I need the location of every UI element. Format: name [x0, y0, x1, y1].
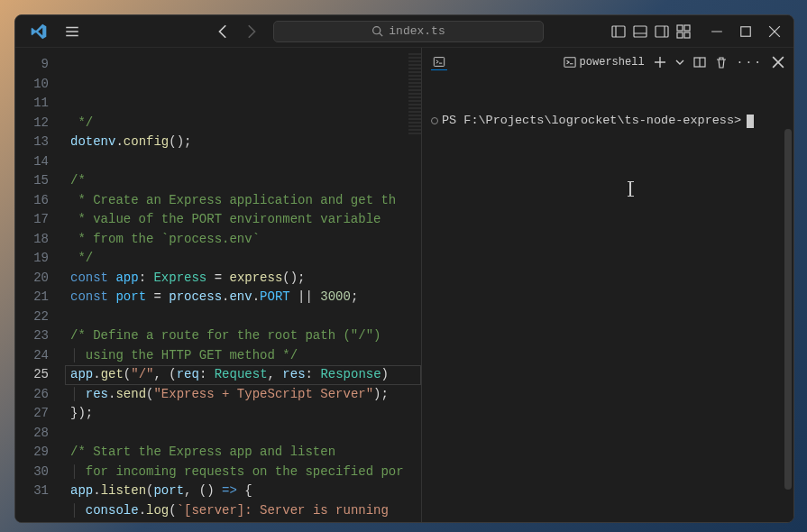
code-line[interactable]: */	[65, 114, 421, 133]
terminal-prompt: PS F:\Projects\logrocket\ts-node-express…	[442, 113, 741, 129]
code-line[interactable]	[65, 152, 421, 172]
code-content[interactable]: */dotenv.config();/* * Create an Express…	[65, 48, 421, 522]
code-line[interactable]	[65, 424, 421, 444]
layout-panel-bottom-icon[interactable]	[633, 24, 647, 39]
close-icon[interactable]	[768, 25, 781, 38]
code-line[interactable]: app.listen(port, () => {	[65, 482, 421, 501]
code-line[interactable]: });	[65, 404, 421, 424]
svg-line-4	[380, 33, 382, 36]
line-number: 21	[15, 288, 65, 307]
vscode-window: index.ts 9101112131415161718192021222324…	[14, 14, 794, 523]
line-number: 28	[15, 424, 65, 444]
terminal-tab-icon[interactable]	[431, 54, 447, 70]
code-line[interactable]: /* Define a route for the root path ("/"…	[65, 326, 421, 346]
layout-sidebar-right-icon[interactable]	[655, 24, 669, 39]
line-number: 15	[15, 171, 65, 191]
svg-rect-11	[677, 25, 683, 31]
mouse-text-cursor	[629, 181, 631, 197]
code-line[interactable]: /* Start the Express app and listen	[65, 443, 421, 463]
code-line[interactable]: │ using the HTTP GET method */	[65, 346, 421, 366]
line-number: 27	[15, 404, 65, 424]
split-terminal-icon[interactable]	[693, 56, 706, 69]
layout-customize-icon[interactable]	[676, 24, 691, 39]
nav-back-icon[interactable]	[216, 23, 232, 40]
line-number: 19	[15, 249, 65, 269]
workbench-body: 9101112131415161718192021222324252627282…	[15, 48, 793, 522]
menu-icon[interactable]	[64, 23, 80, 40]
more-actions-icon[interactable]: ···	[737, 56, 763, 69]
search-icon	[371, 25, 383, 37]
chevron-down-icon[interactable]	[675, 58, 684, 67]
terminal-panel: powershell ··· PS F:\Projects\logrocket\…	[421, 48, 793, 522]
line-number: 30	[15, 463, 65, 482]
nav-arrows	[216, 23, 259, 40]
terminal-body[interactable]: PS F:\Projects\logrocket\ts-node-express…	[422, 77, 793, 522]
minimap[interactable]	[408, 53, 421, 134]
layout-controls	[611, 24, 691, 39]
code-line[interactable]: app.get("/", (req: Request, res: Respons…	[65, 365, 421, 385]
line-number: 9	[15, 55, 65, 75]
prompt-status-icon	[431, 117, 438, 124]
code-line[interactable]: */	[65, 249, 421, 269]
line-number: 31	[15, 482, 65, 501]
line-number: 24	[15, 346, 65, 366]
svg-rect-5	[612, 26, 625, 37]
line-number: 18	[15, 230, 65, 250]
code-line[interactable]: dotenv.config();	[65, 133, 421, 152]
line-number: 12	[15, 114, 65, 133]
svg-rect-13	[677, 32, 683, 38]
close-panel-icon[interactable]	[772, 56, 784, 69]
terminal-cursor	[747, 115, 754, 128]
line-number: 11	[15, 94, 65, 114]
line-number: 17	[15, 210, 65, 230]
svg-point-3	[373, 27, 381, 34]
svg-rect-12	[684, 25, 690, 31]
line-number: 23	[15, 326, 65, 346]
code-line[interactable]: * from the `process.env`	[65, 230, 421, 250]
minimize-icon[interactable]	[711, 25, 723, 38]
search-placeholder: index.ts	[389, 24, 445, 38]
terminal-toolbar: powershell ···	[564, 56, 784, 69]
line-number: 14	[15, 152, 65, 172]
vscode-logo-icon	[30, 23, 48, 41]
line-number: 26	[15, 385, 65, 405]
code-line[interactable]: const port = process.env.PORT || 3000;	[65, 288, 421, 307]
title-bar: index.ts	[15, 15, 793, 48]
line-number: 10	[15, 75, 65, 95]
line-number: 16	[15, 191, 65, 211]
code-line[interactable]: │ for incoming requests on the specified…	[65, 463, 421, 482]
code-line[interactable]: const app: Express = express();	[65, 269, 421, 289]
shell-label-text: powershell	[580, 56, 645, 69]
layout-sidebar-left-icon[interactable]	[611, 24, 626, 39]
terminal-prompt-line: PS F:\Projects\logrocket\ts-node-express…	[431, 113, 784, 129]
line-number: 20	[15, 269, 65, 289]
terminal-scrollbar[interactable]	[784, 129, 792, 490]
powershell-icon	[564, 56, 576, 69]
terminal-shell-selector[interactable]: powershell	[564, 56, 645, 69]
code-line[interactable]: * Create an Express application and get …	[65, 191, 421, 211]
code-line[interactable]: │ res.send("Express + TypeScript Server"…	[65, 385, 421, 405]
code-line[interactable]: });	[65, 520, 421, 522]
line-number: 25	[15, 365, 65, 385]
terminal-header: powershell ···	[422, 48, 793, 77]
code-line[interactable]: * value of the PORT environment variable	[65, 210, 421, 230]
line-number-gutter: 9101112131415161718192021222324252627282…	[15, 48, 65, 522]
new-terminal-icon[interactable]	[654, 56, 666, 69]
svg-rect-9	[656, 26, 668, 37]
nav-forward-icon[interactable]	[243, 23, 259, 40]
svg-rect-16	[741, 26, 751, 36]
maximize-icon[interactable]	[739, 25, 752, 38]
svg-rect-7	[634, 26, 647, 37]
svg-rect-14	[684, 32, 690, 38]
line-number: 29	[15, 443, 65, 463]
line-number: 13	[15, 133, 65, 152]
code-line[interactable]: │ console.log(`[server]: Server is runni…	[65, 501, 421, 521]
line-number: 22	[15, 307, 65, 327]
window-controls	[711, 25, 781, 38]
code-line[interactable]: /*	[65, 171, 421, 191]
kill-terminal-icon[interactable]	[715, 56, 728, 69]
code-editor[interactable]: 9101112131415161718192021222324252627282…	[15, 48, 421, 522]
command-center-search[interactable]: index.ts	[273, 21, 544, 42]
code-line[interactable]	[65, 307, 421, 327]
